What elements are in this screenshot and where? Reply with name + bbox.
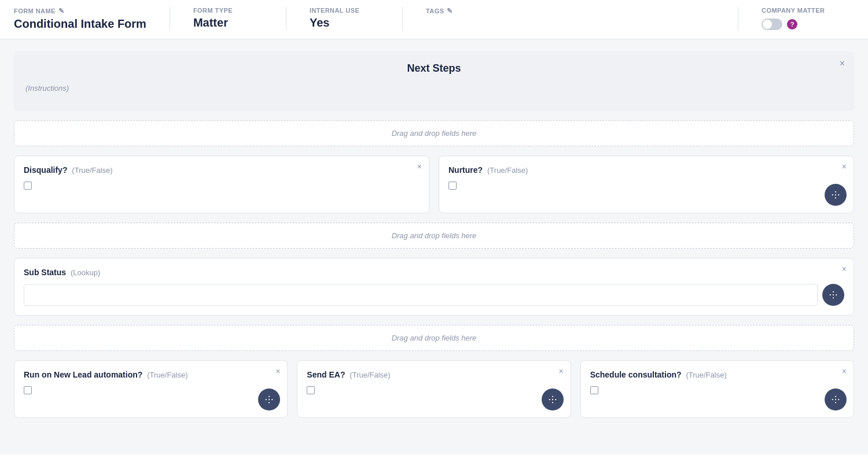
internal-use-value: Yes: [310, 16, 379, 29]
disqualify-close-button[interactable]: ×: [417, 162, 422, 171]
svg-point-11: [269, 399, 270, 400]
svg-point-24: [838, 399, 839, 400]
svg-point-2: [835, 197, 836, 198]
header-divider-3: [402, 7, 403, 31]
fields-row-3: Run on New Lead automation? (True/False)…: [14, 360, 854, 418]
nurture-label: Nurture? (True/False): [448, 165, 844, 175]
form-type-section: FORM TYPE Matter: [193, 7, 286, 29]
schedule-consultation-type: (True/False): [686, 371, 726, 379]
nurture-action-button[interactable]: [825, 184, 847, 206]
fields-row-1: Disqualify? (True/False) × Nurture? (Tru…: [14, 156, 854, 213]
svg-point-0: [835, 191, 836, 193]
internal-use-label: INTERNAL USE: [310, 7, 379, 14]
run-automation-label: Run on New Lead automation? (True/False): [24, 370, 278, 379]
svg-point-7: [833, 297, 834, 298]
svg-point-10: [269, 396, 270, 397]
send-ea-field-card: Send EA? (True/False) ×: [297, 360, 571, 418]
svg-point-18: [549, 399, 550, 400]
sub-status-action-button[interactable]: [822, 284, 844, 306]
schedule-consultation-field-card: Schedule consultation? (True/False) ×: [580, 360, 854, 418]
form-type-label: FORM TYPE: [193, 7, 263, 14]
svg-point-5: [833, 291, 834, 293]
nurture-checkbox[interactable]: [448, 182, 457, 190]
section-close-button[interactable]: ×: [840, 59, 845, 68]
company-matter-toggle[interactable]: [762, 19, 782, 30]
send-ea-checkbox[interactable]: [307, 386, 315, 394]
sub-status-type: (Lookup): [71, 268, 100, 277]
company-matter-toggle-container: ?: [762, 19, 797, 30]
tags-edit-icon[interactable]: ✎: [447, 7, 453, 15]
run-automation-checkbox[interactable]: [24, 386, 32, 394]
run-automation-close-button[interactable]: ×: [275, 367, 280, 376]
header-divider-2: [286, 7, 286, 31]
section-title: Next Steps: [25, 62, 843, 75]
svg-point-1: [835, 194, 836, 195]
tags-section: TAGS ✎: [426, 7, 738, 15]
svg-point-6: [833, 294, 834, 295]
svg-point-16: [552, 399, 553, 400]
sub-status-input-row: [24, 284, 844, 306]
svg-point-12: [269, 402, 270, 403]
header-divider-4: [738, 7, 738, 31]
send-ea-action-button[interactable]: [542, 389, 564, 410]
svg-point-13: [266, 399, 267, 400]
drag-drop-zone-2[interactable]: Drag and drop fields here: [14, 223, 854, 249]
send-ea-type: (True/False): [350, 371, 390, 379]
drag-drop-zone-3[interactable]: Drag and drop fields here: [14, 325, 854, 351]
schedule-consultation-close-button[interactable]: ×: [842, 367, 847, 376]
svg-point-20: [835, 396, 836, 397]
sub-status-close-button[interactable]: ×: [842, 264, 847, 273]
send-ea-close-button[interactable]: ×: [558, 367, 563, 376]
svg-point-17: [552, 402, 553, 403]
form-name-section: FORM NAME ✎ Conditional Intake Form: [14, 7, 170, 31]
svg-point-4: [838, 194, 839, 195]
company-matter-section: COMPANY MATTER ?: [762, 7, 854, 30]
nurture-type: (True/False): [487, 166, 528, 175]
sub-status-input[interactable]: [24, 284, 818, 306]
svg-point-15: [552, 396, 553, 397]
disqualify-checkbox[interactable]: [24, 182, 32, 190]
nurture-field-card: Nurture? (True/False) ×: [439, 156, 854, 213]
tags-label: TAGS ✎: [426, 7, 715, 15]
disqualify-type: (True/False): [72, 166, 112, 175]
svg-point-23: [832, 399, 833, 400]
next-steps-section: Next Steps × (Instructions): [14, 51, 854, 111]
form-name-edit-icon[interactable]: ✎: [58, 7, 64, 15]
svg-point-8: [830, 294, 831, 295]
form-name-value: Conditional Intake Form: [14, 17, 146, 31]
nurture-close-button[interactable]: ×: [842, 162, 847, 171]
disqualify-label: Disqualify? (True/False): [24, 165, 420, 175]
schedule-consultation-label: Schedule consultation? (True/False): [590, 370, 844, 379]
drag-drop-zone-1[interactable]: Drag and drop fields here: [14, 120, 854, 146]
page-header: FORM NAME ✎ Conditional Intake Form FORM…: [0, 0, 868, 39]
svg-point-14: [271, 399, 273, 400]
sub-status-field-card: Sub Status (Lookup) ×: [14, 258, 854, 316]
internal-use-section: INTERNAL USE Yes: [310, 7, 402, 29]
disqualify-field-card: Disqualify? (True/False) ×: [14, 156, 429, 213]
company-matter-help-icon[interactable]: ?: [787, 19, 797, 29]
svg-point-19: [555, 399, 556, 400]
schedule-consultation-action-button[interactable]: [825, 389, 847, 410]
schedule-consultation-checkbox[interactable]: [590, 386, 598, 394]
run-automation-field-card: Run on New Lead automation? (True/False)…: [14, 360, 288, 418]
svg-point-22: [835, 402, 836, 403]
send-ea-label: Send EA? (True/False): [307, 370, 561, 379]
svg-point-21: [835, 399, 836, 400]
company-matter-label: COMPANY MATTER: [762, 7, 825, 14]
header-divider-1: [170, 7, 170, 31]
form-name-label: FORM NAME ✎: [14, 7, 146, 15]
sub-status-label: Sub Status (Lookup): [24, 268, 844, 277]
run-automation-action-button[interactable]: [258, 389, 280, 410]
run-automation-type: (True/False): [147, 371, 187, 379]
form-type-value: Matter: [193, 16, 263, 29]
main-content: Next Steps × (Instructions) Drag and dro…: [0, 39, 868, 454]
svg-point-3: [832, 194, 833, 195]
section-instructions: (Instructions): [25, 84, 843, 93]
svg-point-9: [836, 294, 837, 295]
